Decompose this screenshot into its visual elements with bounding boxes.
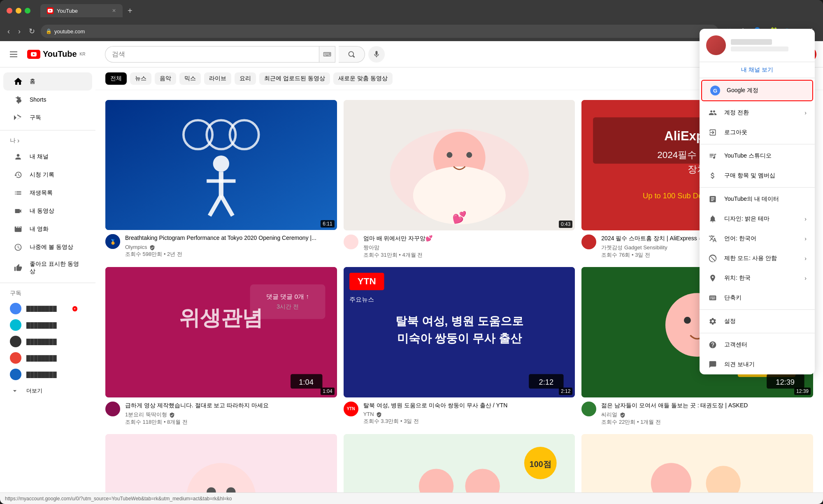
keyboard-icon[interactable]: ⌨ bbox=[319, 46, 335, 63]
hamburger-menu-button[interactable] bbox=[7, 48, 21, 60]
watch-later-icon bbox=[13, 242, 23, 252]
video-card-5[interactable]: YTN 주요뉴스 탈북 여성, 병원 도움으로 미숙아 쌍둥이 무사 출산 2:… bbox=[344, 267, 575, 427]
sub-avatar-2 bbox=[10, 319, 21, 331]
filter-chip-new-recommended[interactable]: 새로운 맞춤 동영상 bbox=[333, 72, 393, 85]
dropdown-item-google-account[interactable]: G Google 계정 bbox=[701, 80, 813, 101]
sub-item-1[interactable]: ████████ • bbox=[0, 300, 95, 317]
dropdown-item-theme[interactable]: 디자인: 밝은 테마 › bbox=[700, 209, 815, 229]
sub-item-2[interactable]: ████████ bbox=[0, 317, 95, 333]
address-bar[interactable]: 🔒 youtube.com bbox=[41, 25, 718, 38]
tab-close-icon[interactable]: ✕ bbox=[112, 8, 116, 14]
dropdown-user-info bbox=[731, 41, 808, 51]
restricted-label: 제한 모드: 사용 안함 bbox=[724, 255, 798, 262]
svg-text:1:04: 1:04 bbox=[299, 378, 314, 386]
channel-link[interactable]: 내 채널 보기 bbox=[700, 62, 815, 78]
subscriptions-icon bbox=[13, 113, 23, 123]
video-details-6: 젊은 남자들이 모여서 애들 돌보는 곳 : 태권도장 | ASKED 씨리얼 … bbox=[601, 402, 802, 426]
sidebar-item-my-channel[interactable]: 내 채널 bbox=[3, 148, 92, 166]
dropdown-item-switch-account[interactable]: 계정 전환 › bbox=[700, 103, 815, 123]
sidebar-item-my-movies[interactable]: 내 영화 bbox=[3, 220, 92, 238]
video-channel-2: 짱아맘 bbox=[363, 244, 564, 251]
new-tab-button[interactable]: + bbox=[124, 5, 136, 17]
sidebar-item-playlist[interactable]: 재생목록 bbox=[3, 184, 92, 202]
video-info-2: 엄마 배 위에서만 자꾸앙💕 짱아맘 조회수 31만회 • 4개월 전 ⋮ bbox=[344, 230, 575, 261]
maximize-button[interactable] bbox=[25, 8, 30, 14]
video-channel-5: YTN bbox=[363, 411, 564, 418]
tab-favicon bbox=[47, 7, 53, 14]
filter-chip-music[interactable]: 음악 bbox=[155, 72, 176, 85]
sidebar-item-liked[interactable]: 좋아요 표시한 동영상 bbox=[3, 256, 92, 279]
sub-item-4[interactable]: ████████ bbox=[0, 350, 95, 366]
dropdown-item-help[interactable]: 고객센터 bbox=[700, 335, 815, 355]
search-input[interactable] bbox=[105, 46, 319, 63]
filter-chip-cooking[interactable]: 요리 bbox=[235, 72, 256, 85]
dropdown-item-restricted[interactable]: 제한 모드: 사용 안함 › bbox=[700, 249, 815, 268]
theme-icon bbox=[708, 214, 718, 224]
sidebar-item-my-videos[interactable]: 내 동영상 bbox=[3, 202, 92, 220]
yt-logo[interactable]: YouTube KR bbox=[27, 49, 85, 59]
sidebar-item-watch-later[interactable]: 나중에 볼 동영상 bbox=[3, 238, 92, 256]
sidebar-item-history[interactable]: 시청 기록 bbox=[3, 166, 92, 184]
sidebar-item-home[interactable]: 홈 bbox=[3, 72, 92, 91]
filter-chip-recent[interactable]: 최근에 업로드된 동영상 bbox=[259, 72, 330, 85]
filter-chip-live[interactable]: 라이브 bbox=[204, 72, 231, 85]
sub-name-4: ████████ bbox=[26, 355, 86, 361]
dropdown-item-feedback[interactable]: 의견 보내기 bbox=[700, 355, 815, 374]
sub-item-5[interactable]: ████████ bbox=[0, 366, 95, 383]
dropdown-item-data[interactable]: YouTube의 내 데이터 bbox=[700, 189, 815, 209]
close-button[interactable] bbox=[7, 8, 12, 14]
help-icon bbox=[708, 340, 718, 350]
sub-item-3[interactable]: ████████ bbox=[0, 333, 95, 350]
dropdown-item-language[interactable]: 언어: 한국어 › bbox=[700, 229, 815, 249]
video-card-8[interactable]: 100점 8:45 영상 8 bbox=[344, 434, 575, 492]
channel-icon-2 bbox=[344, 235, 358, 249]
video-channel-4: 1분요리 뚝딱이형 bbox=[125, 411, 325, 418]
filter-chip-all[interactable]: 전체 bbox=[105, 72, 127, 85]
sidebar-subscriptions-title: 구독 bbox=[0, 286, 95, 300]
restricted-arrow: › bbox=[804, 255, 807, 262]
tab-title: YouTube bbox=[57, 8, 78, 14]
sidebar-item-subscriptions[interactable]: 구독 bbox=[3, 109, 92, 127]
forward-button[interactable]: › bbox=[16, 25, 23, 38]
search-button[interactable] bbox=[339, 46, 365, 63]
dropdown-item-settings[interactable]: 설정 bbox=[700, 311, 815, 331]
chevron-down-icon bbox=[10, 386, 20, 396]
feedback-label: 의견 보내기 bbox=[724, 361, 807, 368]
video-card-2[interactable]: 💕 0:43 엄마 배 위에서만 자꾸앙💕 짱아맘 조회수 31만회 • 4개월… bbox=[344, 100, 575, 260]
video-card-4[interactable]: 위생관념 댓글 댓글 0개 ↑ 3시간 전 1:04 1:04 bbox=[105, 267, 337, 427]
dropdown-item-logout[interactable]: 로그아웃 bbox=[700, 123, 815, 142]
video-thumbnail-9: 3:15 bbox=[581, 434, 813, 492]
shortcuts-label: 단축키 bbox=[724, 294, 807, 302]
sidebar-item-shorts[interactable]: Shorts bbox=[3, 91, 92, 109]
sub-name-1: ████████ bbox=[26, 306, 67, 312]
show-more-button[interactable]: 더보기 bbox=[0, 383, 95, 399]
filter-chip-news[interactable]: 뉴스 bbox=[130, 72, 151, 85]
video-card-1[interactable]: 6:11 🏅 Breathtaking Pictogram Performanc… bbox=[105, 100, 337, 260]
browser-tab[interactable]: YouTube ✕ bbox=[40, 4, 123, 17]
shorts-icon bbox=[13, 95, 23, 105]
video-info-6: 젊은 남자들이 모여서 애들 돌보는 곳 : 태권도장 | ASKED 씨리얼 … bbox=[581, 397, 813, 428]
video-channel-1: Olympics bbox=[125, 244, 325, 251]
video-info-1: 🏅 Breathtaking Pictogram Performance at … bbox=[105, 230, 337, 259]
address-text: youtube.com bbox=[54, 28, 85, 35]
location-arrow: › bbox=[804, 275, 807, 281]
feedback-icon bbox=[708, 360, 718, 369]
mic-button[interactable] bbox=[368, 46, 385, 63]
dropdown-item-location[interactable]: 위치: 한국 › bbox=[700, 268, 815, 288]
home-icon bbox=[13, 77, 23, 86]
svg-text:탈북 여성, 병원 도움으로: 탈북 여성, 병원 도움으로 bbox=[395, 315, 523, 327]
minimize-button[interactable] bbox=[16, 8, 21, 14]
dropdown-item-shortcuts[interactable]: 단축키 bbox=[700, 288, 815, 308]
video-card-9[interactable]: 3:15 영상 9 채널9 조회수 2만회 • 1주 전 ⋮ bbox=[581, 434, 813, 492]
reload-button[interactable]: ↻ bbox=[26, 24, 37, 38]
video-duration-4: 1:04 bbox=[321, 388, 334, 395]
filter-chip-mix[interactable]: 믹스 bbox=[179, 72, 201, 85]
theme-arrow: › bbox=[804, 216, 807, 222]
dropdown-item-studio[interactable]: YouTube 스튜디오 bbox=[700, 146, 815, 166]
video-card-7[interactable]: ❓ 5:23 아기 영상 7 채널7 조회수 10만회 • 2개월 전 ⋮ bbox=[105, 434, 337, 492]
video-title-4: 급하게 영상 제작했습니다. 절대로 보고 따라하지 마세요 bbox=[125, 402, 325, 410]
dropdown-item-purchases[interactable]: 구매 항목 및 멤버십 bbox=[700, 166, 815, 186]
back-button[interactable]: ‹ bbox=[5, 25, 12, 38]
video-thumbnail-8: 100점 8:45 bbox=[344, 434, 575, 492]
divider-2 bbox=[700, 187, 815, 188]
